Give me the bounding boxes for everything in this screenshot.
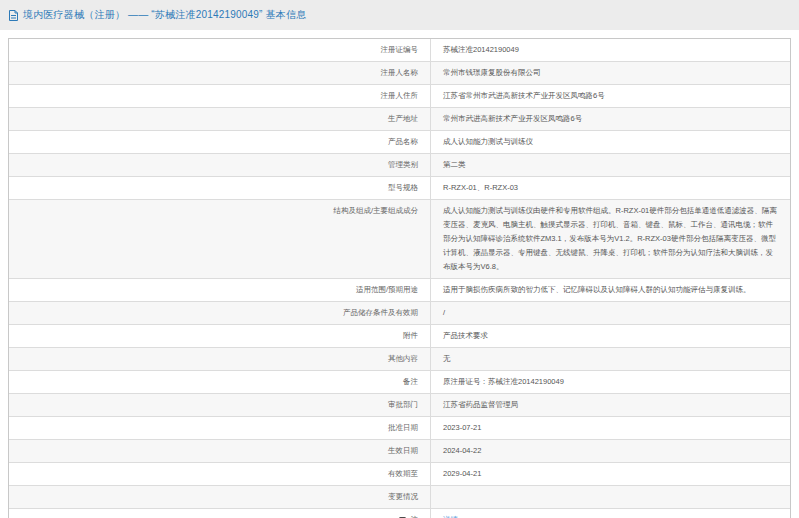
row-label: 注 xyxy=(9,509,431,518)
registration-table: 注册证编号 苏械注准20142190049 注册人名称 常州市钱璟康复股份有限公… xyxy=(8,38,791,518)
table-row: 产品名称 成人认知能力测试与训练仪 xyxy=(9,131,790,154)
row-label-text: 注册人名称 xyxy=(381,68,419,77)
row-value: / xyxy=(431,302,790,324)
row-value-text: 适用于脑损伤疾病所致的智力低下、记忆障碍以及认知障碍人群的认知功能评估与康复训练… xyxy=(443,285,751,294)
row-value-text: 成人认知能力测试与训练仪 xyxy=(443,137,533,146)
row-label: 生效日期 xyxy=(9,440,431,462)
row-value: 江苏省常州市武进高新技术产业开发区凤鸣路6号 xyxy=(431,85,790,107)
row-label-text: 审批部门 xyxy=(388,400,418,409)
row-value: 适用于脑损伤疾病所致的智力低下、记忆障碍以及认知障碍人群的认知功能评估与康复训练… xyxy=(431,279,790,301)
row-value: 详情 xyxy=(431,509,790,518)
row-value-text: 成人认知能力测试与训练仪由硬件和专用软件组成。R-RZX-01硬件部分包括单通道… xyxy=(443,206,777,271)
row-value xyxy=(431,486,790,508)
row-value: 成人认知能力测试与训练仪由硬件和专用软件组成。R-RZX-01硬件部分包括单通道… xyxy=(431,200,790,278)
table-row: 有效期至 2029-04-21 xyxy=(9,463,790,486)
row-label-text: 批准日期 xyxy=(388,423,418,432)
row-label-text: 结构及组成/主要组成成分 xyxy=(333,206,418,215)
row-value: 苏械注准20142190049 xyxy=(431,39,790,61)
row-label-text: 产品储存条件及有效期 xyxy=(343,308,418,317)
row-value: 无 xyxy=(431,348,790,370)
row-label: 注册人住所 xyxy=(9,85,431,107)
row-value-text: 常州市钱璟康复股份有限公司 xyxy=(443,68,541,77)
row-value-text: 苏械注准20142190049 xyxy=(443,45,519,54)
table-row: 型号规格 R-RZX-01、R-RZX-03 xyxy=(9,177,790,200)
table-row: 适用范围/预期用途 适用于脑损伤疾病所致的智力低下、记忆障碍以及认知障碍人群的认… xyxy=(9,279,790,302)
row-value-text: 产品技术要求 xyxy=(443,331,488,340)
row-label: 管理类别 xyxy=(9,154,431,176)
page-title: 境内医疗器械（注册） —— “苏械注准20142190049” 基本信息 xyxy=(23,8,306,22)
row-label-text: 生效日期 xyxy=(388,446,418,455)
row-label-text: 备注 xyxy=(403,377,418,386)
table-row: 注册人住所 江苏省常州市武进高新技术产业开发区凤鸣路6号 xyxy=(9,85,790,108)
row-label: 审批部门 xyxy=(9,394,431,416)
row-value: R-RZX-01、R-RZX-03 xyxy=(431,177,790,199)
row-value-text: R-RZX-01、R-RZX-03 xyxy=(443,183,518,192)
row-label: 生产地址 xyxy=(9,108,431,130)
row-value: 常州市钱璟康复股份有限公司 xyxy=(431,62,790,84)
table-row: 生效日期 2024-04-22 xyxy=(9,440,790,463)
row-label-text: 型号规格 xyxy=(388,183,418,192)
table-row: 生产地址 常州市武进高新技术产业开发区凤鸣路6号 xyxy=(9,108,790,131)
table-row: 产品储存条件及有效期 / xyxy=(9,302,790,325)
table-row: 管理类别 第二类 xyxy=(9,154,790,177)
row-value: 产品技术要求 xyxy=(431,325,790,347)
table-row: 审批部门 江苏省药品监督管理局 xyxy=(9,394,790,417)
row-value-text: / xyxy=(443,308,445,317)
row-label-text: 其他内容 xyxy=(388,354,418,363)
row-value: 第二类 xyxy=(431,154,790,176)
row-label: 适用范围/预期用途 xyxy=(9,279,431,301)
table-row: 变更情况 xyxy=(9,486,790,509)
row-label-text: 有效期至 xyxy=(388,469,418,478)
row-label: 变更情况 xyxy=(9,486,431,508)
row-label: 附件 xyxy=(9,325,431,347)
table-row: 注册人名称 常州市钱璟康复股份有限公司 xyxy=(9,62,790,85)
row-label: 结构及组成/主要组成成分 xyxy=(9,200,431,278)
row-label-text: 适用范围/预期用途 xyxy=(356,285,418,294)
table-row: 附件 产品技术要求 xyxy=(9,325,790,348)
row-label: 批准日期 xyxy=(9,417,431,439)
row-label: 有效期至 xyxy=(9,463,431,485)
row-value: 2024-04-22 xyxy=(431,440,790,462)
table-row: 注册证编号 苏械注准20142190049 xyxy=(9,39,790,62)
row-value: 常州市武进高新技术产业开发区凤鸣路6号 xyxy=(431,108,790,130)
row-value-text: 2024-04-22 xyxy=(443,446,481,455)
row-label-text: 附件 xyxy=(403,331,418,340)
row-label: 型号规格 xyxy=(9,177,431,199)
row-value: 原注册证号：苏械注准20142190049 xyxy=(431,371,790,393)
row-label: 产品储存条件及有效期 xyxy=(9,302,431,324)
row-value: 2029-04-21 xyxy=(431,463,790,485)
table-row: 结构及组成/主要组成成分 成人认知能力测试与训练仪由硬件和专用软件组成。R-RZ… xyxy=(9,200,790,279)
table-row: 批准日期 2023-07-21 xyxy=(9,417,790,440)
row-label-text: 管理类别 xyxy=(388,160,418,169)
row-value: 成人认知能力测试与训练仪 xyxy=(431,131,790,153)
document-icon xyxy=(8,9,19,22)
row-label-text: 注册人住所 xyxy=(381,91,419,100)
row-value: 江苏省药品监督管理局 xyxy=(431,394,790,416)
row-label: 注册人名称 xyxy=(9,62,431,84)
row-label: 产品名称 xyxy=(9,131,431,153)
row-value-text: 无 xyxy=(443,354,451,363)
row-label-text: 产品名称 xyxy=(388,137,418,146)
table-row: 其他内容 无 xyxy=(9,348,790,371)
row-label-text: 注册证编号 xyxy=(381,45,419,54)
row-label: 其他内容 xyxy=(9,348,431,370)
table-row: 备注 原注册证号：苏械注准20142190049 xyxy=(9,371,790,394)
row-label: 注册证编号 xyxy=(9,39,431,61)
row-value: 2023-07-21 xyxy=(431,417,790,439)
row-value-text: 2029-04-21 xyxy=(443,469,481,478)
row-label: 备注 xyxy=(9,371,431,393)
table-row: 注 详情 xyxy=(9,509,790,518)
title-bar: 境内医疗器械（注册） —— “苏械注准20142190049” 基本信息 xyxy=(0,0,799,30)
row-value-text: 常州市武进高新技术产业开发区凤鸣路6号 xyxy=(443,114,582,123)
row-label-text: 变更情况 xyxy=(388,492,418,501)
row-value-text: 江苏省常州市武进高新技术产业开发区凤鸣路6号 xyxy=(443,91,605,100)
row-label-text: 生产地址 xyxy=(388,114,418,123)
row-value-text: 2023-07-21 xyxy=(443,423,481,432)
row-value-text: 原注册证号：苏械注准20142190049 xyxy=(443,377,564,386)
row-value-text: 第二类 xyxy=(443,160,466,169)
row-value-text: 江苏省药品监督管理局 xyxy=(443,400,518,409)
